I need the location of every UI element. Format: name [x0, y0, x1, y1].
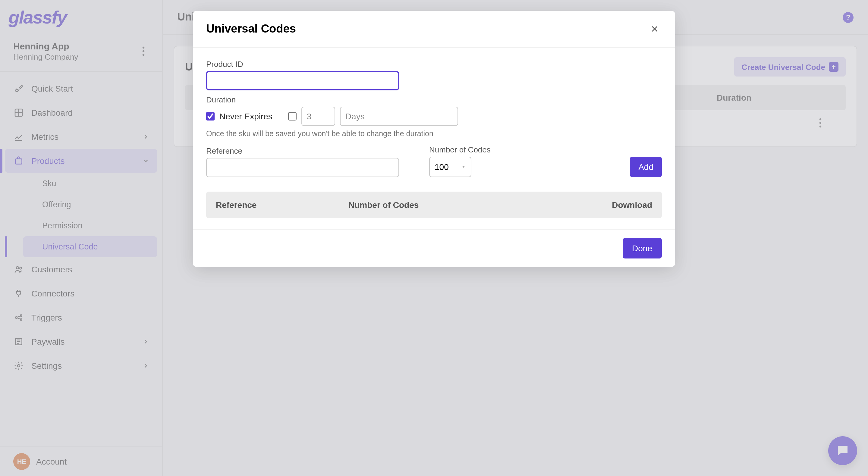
duration-unit-value: Days: [345, 112, 365, 121]
col-header-number: Number of Codes: [348, 200, 532, 210]
duration-unit-select[interactable]: Days: [340, 107, 458, 126]
universal-codes-modal: Universal Codes Product ID Duration Neve…: [193, 11, 675, 267]
add-button[interactable]: Add: [630, 157, 662, 177]
modal-overlay: Universal Codes Product ID Duration Neve…: [0, 0, 868, 476]
modal-title: Universal Codes: [206, 22, 296, 36]
number-of-codes-value: 100: [435, 162, 449, 172]
done-button[interactable]: Done: [622, 238, 662, 258]
close-button[interactable]: [647, 22, 662, 36]
duration-value-input[interactable]: [301, 107, 335, 126]
col-header-download: Download: [532, 200, 652, 210]
col-header-reference: Reference: [216, 200, 348, 210]
reference-input[interactable]: [206, 158, 399, 177]
generated-codes-header: Reference Number of Codes Download: [206, 192, 662, 218]
duration-label: Duration: [206, 95, 662, 104]
product-id-input[interactable]: [206, 71, 399, 90]
reference-label: Reference: [206, 147, 399, 155]
duration-hint: Once the sku will be saved you won't be …: [206, 130, 662, 138]
caret-down-icon: [461, 164, 466, 169]
product-id-label: Product ID: [206, 60, 662, 69]
never-expires-label: Never Expires: [219, 112, 273, 121]
never-expires-checkbox[interactable]: [206, 112, 215, 121]
custom-duration-checkbox[interactable]: [288, 112, 297, 121]
number-of-codes-select[interactable]: 100: [429, 157, 471, 177]
number-of-codes-label: Number of Codes: [429, 145, 491, 154]
